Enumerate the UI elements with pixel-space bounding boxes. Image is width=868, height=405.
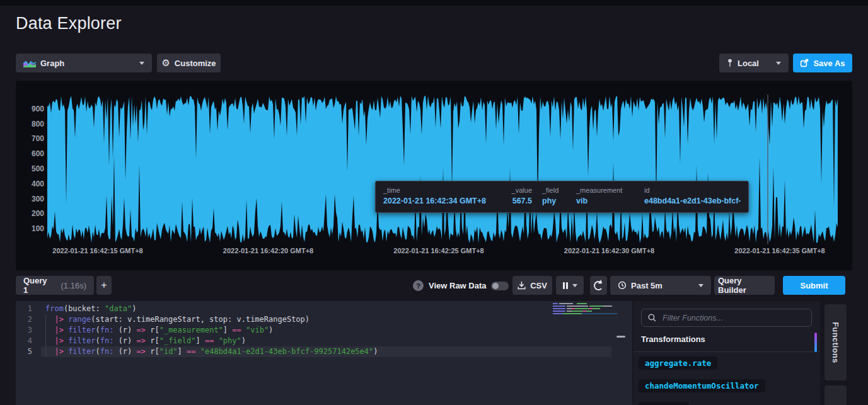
save-as-button[interactable]: Save As (793, 54, 852, 72)
download-icon (518, 281, 526, 290)
minimap-row (553, 311, 618, 312)
query-tab[interactable]: Query 1 (1.16s) (16, 276, 94, 295)
function-search-input[interactable] (661, 313, 805, 323)
x-tick-label: 2022-01-21 16:42:20 GMT+8 (223, 247, 313, 254)
hover-tooltip: _time 2022-01-21 16:42:34 GMT+8 _value 5… (375, 181, 749, 213)
editor-minimap[interactable] (553, 303, 618, 316)
gear-icon: ⚙ (161, 59, 170, 68)
y-tick-label: 200 (16, 209, 44, 218)
tooltip-label: _time (383, 186, 489, 194)
functions-scrollbar[interactable] (814, 333, 817, 352)
add-query-button[interactable]: + (96, 276, 112, 295)
query-builder-label: Query Builder (718, 276, 771, 295)
search-icon (648, 314, 656, 322)
function-search-box[interactable] (641, 309, 812, 327)
functions-tab-label: Functions (831, 322, 840, 363)
minimap-row (553, 305, 618, 307)
code-line[interactable]: from(bucket: "data") (41, 304, 611, 314)
line-number: 3 (16, 325, 37, 336)
view-type-label: Graph (40, 59, 64, 68)
minimap-row (553, 303, 618, 304)
query-tab-label: Query 1 (23, 276, 54, 295)
line-number: 2 (16, 314, 37, 325)
pause-icon (563, 282, 568, 289)
x-tick-label: 2022-01-21 16:42:25 GMT+8 (393, 247, 483, 254)
tooltip-col-field: _field phy (542, 186, 566, 207)
csv-label: CSV (530, 281, 547, 290)
tooltip-label: _measurement (576, 186, 634, 194)
chevron-down-icon (776, 62, 781, 65)
submit-button[interactable]: Submit (783, 276, 845, 295)
toggle-knob (492, 283, 499, 289)
gutter: 12345 (16, 304, 37, 357)
minimap-row (553, 313, 618, 314)
y-tick-label: 400 (16, 180, 44, 188)
tooltip-value: phy (542, 197, 566, 205)
code-lines[interactable]: from(bucket: "data") |> range(start: v.t… (41, 304, 611, 357)
chart-plot[interactable] (47, 94, 838, 244)
function-item[interactable] (639, 402, 689, 405)
code-line[interactable]: |> filter(fn: (r) => r["id"] == "e48bd4a… (41, 346, 611, 357)
tooltip-label: id (644, 186, 741, 194)
query-tab-duration: (1.16s) (61, 281, 86, 290)
x-tick-label: 2022-01-21 16:42:30 GMT+8 (564, 247, 654, 254)
pause-button[interactable] (556, 276, 584, 295)
query-builder-button[interactable]: Query Builder (714, 276, 775, 295)
line-number: 5 (16, 346, 37, 357)
y-tick-label: 600 (16, 149, 44, 158)
section-divider (634, 351, 820, 352)
tooltip-col-time: _time 2022-01-21 16:42:34 GMT+8 (383, 186, 489, 207)
code-line[interactable]: |> filter(fn: (r) => r["_field"] == "phy… (41, 336, 611, 346)
refresh-button[interactable] (590, 276, 607, 295)
chart-panel: 900800700600500400300200100 2022-01-21 1… (16, 81, 852, 270)
customize-button[interactable]: ⚙ Customize (157, 54, 221, 72)
view-raw-data-label: View Raw Data (429, 281, 487, 290)
pin-icon (727, 59, 733, 67)
panel-resize-handle[interactable] (616, 336, 625, 338)
indent-guide (45, 314, 46, 357)
customize-label: Customize (175, 59, 216, 68)
y-tick-label: 500 (16, 164, 44, 173)
line-number: 1 (16, 304, 37, 314)
tooltip-value: 2022-01-21 16:42:34 GMT+8 (383, 197, 489, 205)
local-label: Local (738, 59, 759, 68)
code-line[interactable]: |> filter(fn: (r) => r["_measurement"] =… (41, 325, 611, 336)
tooltip-col-measurement: _measurement vib (576, 186, 634, 207)
time-range-dropdown[interactable]: Past 5m (610, 276, 711, 295)
minimap-row (553, 308, 618, 309)
function-item[interactable]: aggregate.rate (639, 357, 717, 370)
tooltip-label: _field (542, 186, 566, 194)
view-type-dropdown[interactable]: Graph (16, 54, 152, 72)
y-tick-label: 100 (16, 224, 44, 233)
data-explorer-page: Data Explorer Graph ⚙ Customize Local Sa… (0, 0, 868, 405)
x-tick-label: 2022-01-21 16:42:35 GMT+8 (734, 247, 825, 254)
x-tick-label: 2022-01-21 16:42:15 GMT+8 (52, 247, 142, 254)
tooltip-label: _value (512, 186, 532, 194)
export-icon (800, 59, 809, 67)
plus-icon: + (101, 280, 107, 291)
function-item[interactable]: chandeMomentumOscillator (639, 379, 765, 392)
chevron-down-icon (139, 62, 144, 65)
y-tick-label: 800 (16, 120, 44, 128)
chevron-down-icon (572, 284, 577, 287)
area-chart-icon (23, 59, 36, 67)
page-title: Data Explorer (16, 14, 122, 33)
functions-section-heading: Transformations (641, 334, 705, 344)
tab-functions[interactable]: Functions (825, 304, 847, 380)
view-raw-data-toggle[interactable] (491, 282, 509, 290)
tooltip-value: e48bd4a1-e2d1-43eb-bfcf-992… (644, 197, 741, 205)
tab-secondary[interactable] (825, 385, 847, 405)
local-dropdown[interactable]: Local (719, 54, 789, 72)
code-line[interactable]: |> range(start: v.timeRangeStart, stop: … (41, 314, 611, 325)
clock-icon (618, 281, 627, 290)
save-as-label: Save As (813, 59, 845, 68)
csv-button[interactable]: CSV (512, 276, 552, 295)
time-range-label: Past 5m (631, 281, 663, 290)
functions-panel: Transformations aggregate.ratechandeMome… (634, 301, 820, 405)
help-icon[interactable]: ? (413, 280, 424, 291)
query-editor[interactable]: 12345 from(bucket: "data") |> range(star… (16, 301, 632, 405)
y-tick-label: 300 (16, 195, 44, 203)
functions-list: aggregate.ratechandeMomentumOscillator (639, 357, 814, 405)
refresh-icon (594, 281, 603, 290)
y-tick-label: 700 (16, 134, 44, 143)
